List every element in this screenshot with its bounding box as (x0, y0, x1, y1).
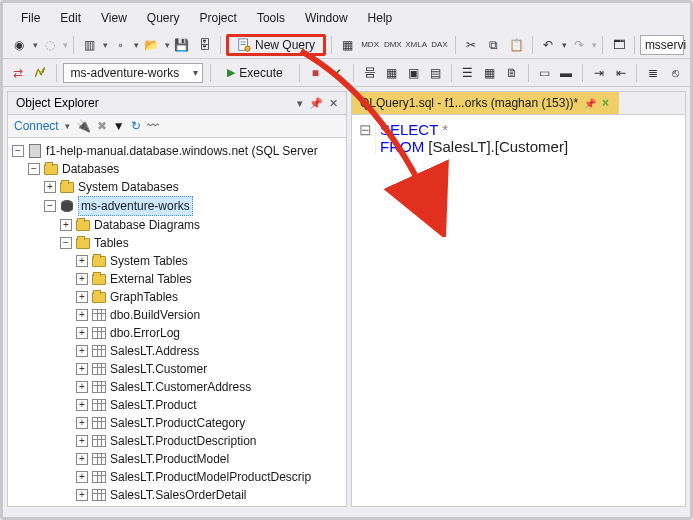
menu-tools[interactable]: Tools (247, 7, 295, 29)
uncomment-icon[interactable]: ▬ (557, 62, 575, 84)
expand-toggle[interactable]: + (76, 435, 88, 447)
results-grid-icon[interactable]: ▦ (481, 62, 499, 84)
tables-node[interactable]: Tables (94, 234, 129, 252)
expand-toggle[interactable]: − (28, 163, 40, 175)
dax-query-icon[interactable]: DAX (429, 34, 450, 56)
outline-toggle[interactable]: ⊟ (356, 121, 376, 155)
execute-button[interactable]: ▶ Execute (218, 63, 291, 83)
nav-back-icon[interactable]: ◉ (9, 34, 30, 56)
new-query-button[interactable]: New Query (226, 34, 326, 56)
comment-icon[interactable]: ▭ (535, 62, 553, 84)
expand-toggle[interactable]: − (12, 145, 24, 157)
pin-icon[interactable]: 📌 (309, 97, 323, 110)
expand-toggle[interactable]: + (76, 291, 88, 303)
table-node[interactable]: SalesLT.Address (110, 342, 199, 360)
expand-toggle[interactable]: + (76, 363, 88, 375)
table-node[interactable]: SalesLT.SalesOrderDetail (110, 486, 247, 504)
table-node[interactable]: SalesLT.CustomerAddress (110, 378, 251, 396)
menu-edit[interactable]: Edit (50, 7, 91, 29)
properties-icon[interactable]: 🗔 (608, 34, 629, 56)
expand-toggle[interactable]: + (76, 471, 88, 483)
expand-toggle[interactable]: + (76, 399, 88, 411)
available-databases-combo[interactable]: ms-adventure-works (63, 63, 203, 83)
expand-toggle[interactable]: + (60, 219, 72, 231)
change-connection-icon[interactable]: ⇄ (9, 62, 27, 84)
db-engine-query-icon[interactable]: ▦ (337, 34, 358, 56)
table-node[interactable]: SalesLT.Product (110, 396, 197, 414)
table-node[interactable]: dbo.ErrorLog (110, 324, 180, 342)
expand-toggle[interactable]: + (76, 381, 88, 393)
close-tab-icon[interactable]: × (602, 96, 609, 110)
menu-file[interactable]: File (11, 7, 50, 29)
expand-toggle[interactable]: + (76, 417, 88, 429)
connect-button[interactable]: Connect (14, 119, 59, 133)
save-icon[interactable]: 💾 (172, 34, 193, 56)
code-area[interactable]: ⊟ SELECT * FROM [SalesLT].[Customer] (352, 115, 685, 161)
menu-view[interactable]: View (91, 7, 137, 29)
parse-icon[interactable]: ✔ (328, 62, 346, 84)
diagrams-node[interactable]: Database Diagrams (94, 216, 200, 234)
object-explorer-tree[interactable]: −f1-help-manual.database.windows.net (SQ… (8, 138, 346, 506)
expand-toggle[interactable]: + (76, 453, 88, 465)
menu-window[interactable]: Window (295, 7, 358, 29)
table-node[interactable]: dbo.BuildVersion (110, 306, 200, 324)
open-icon[interactable]: 📂 (141, 34, 162, 56)
menu-project[interactable]: Project (190, 7, 247, 29)
mdx-query-icon[interactable]: MDX (360, 34, 381, 56)
databases-node[interactable]: Databases (62, 160, 119, 178)
table-node[interactable]: SalesLT.ProductCategory (110, 414, 245, 432)
redo-icon[interactable]: ↷ (569, 34, 590, 56)
new-project-icon[interactable]: ▥ (79, 34, 100, 56)
include-stats-icon[interactable]: ▣ (405, 62, 423, 84)
expand-toggle[interactable]: + (76, 345, 88, 357)
expand-toggle[interactable]: − (44, 200, 56, 212)
paste-icon[interactable]: 📋 (506, 34, 527, 56)
disconnect-icon[interactable]: 🔌 (76, 119, 91, 133)
system-databases-node[interactable]: System Databases (78, 178, 179, 196)
db-node-selected[interactable]: ms-adventure-works (78, 196, 193, 216)
filter-icon[interactable]: ▼ (113, 119, 125, 133)
menu-query[interactable]: Query (137, 7, 190, 29)
stop-icon[interactable]: ✖ (97, 119, 107, 133)
close-icon[interactable]: ✕ (329, 97, 338, 110)
expand-toggle[interactable]: − (60, 237, 72, 249)
copy-icon[interactable]: ⧉ (483, 34, 504, 56)
expand-toggle[interactable]: + (76, 327, 88, 339)
undo-icon[interactable]: ↶ (538, 34, 559, 56)
editor-tab[interactable]: QLQuery1.sql - f1...orks (maghan (153))*… (352, 92, 619, 114)
stop-debug-icon[interactable]: ■ (306, 62, 324, 84)
results-text-icon[interactable]: ☰ (459, 62, 477, 84)
trace-query-icon[interactable]: ⎋ (666, 62, 684, 84)
indent-icon[interactable]: ⇥ (590, 62, 608, 84)
new-file-icon[interactable]: ▫ (110, 34, 131, 56)
expand-toggle[interactable]: + (76, 255, 88, 267)
expand-toggle[interactable]: + (76, 309, 88, 321)
include-plan-icon[interactable]: ▦ (383, 62, 401, 84)
available-db-icon[interactable]: 🗲 (31, 62, 49, 84)
activity-icon[interactable]: 〰 (147, 119, 159, 133)
outdent-icon[interactable]: ⇤ (612, 62, 630, 84)
pin-tab-icon[interactable]: 📌 (584, 98, 596, 109)
find-combo[interactable]: msservi (640, 35, 684, 55)
server-node[interactable]: f1-help-manual.database.windows.net (SQL… (46, 142, 318, 160)
table-node[interactable]: SalesLT.ProductModelProductDescrip (110, 468, 311, 486)
table-node[interactable]: SalesLT.Customer (110, 360, 207, 378)
dmx-query-icon[interactable]: DMX (382, 34, 403, 56)
menu-help[interactable]: Help (358, 7, 403, 29)
expand-toggle[interactable]: + (76, 489, 88, 501)
window-menu-icon[interactable]: ▾ (297, 97, 303, 110)
refresh-icon[interactable]: ↻ (131, 119, 141, 133)
cut-icon[interactable]: ✂ (461, 34, 482, 56)
nav-fwd-icon[interactable]: ◌ (40, 34, 61, 56)
table-node[interactable]: SalesLT.ProductModel (110, 450, 229, 468)
table-node[interactable]: SalesLT.SalesOrderHeader (110, 504, 255, 506)
tree-folder[interactable]: GraphTables (110, 288, 178, 306)
expand-toggle[interactable]: + (76, 273, 88, 285)
display-plan-icon[interactable]: 믐 (361, 62, 379, 84)
save-all-icon[interactable]: 🗄 (194, 34, 215, 56)
tree-folder[interactable]: External Tables (110, 270, 192, 288)
specify-values-icon[interactable]: ≣ (644, 62, 662, 84)
include-client-stats-icon[interactable]: ▤ (426, 62, 444, 84)
expand-toggle[interactable]: + (44, 181, 56, 193)
results-file-icon[interactable]: 🗎 (503, 62, 521, 84)
